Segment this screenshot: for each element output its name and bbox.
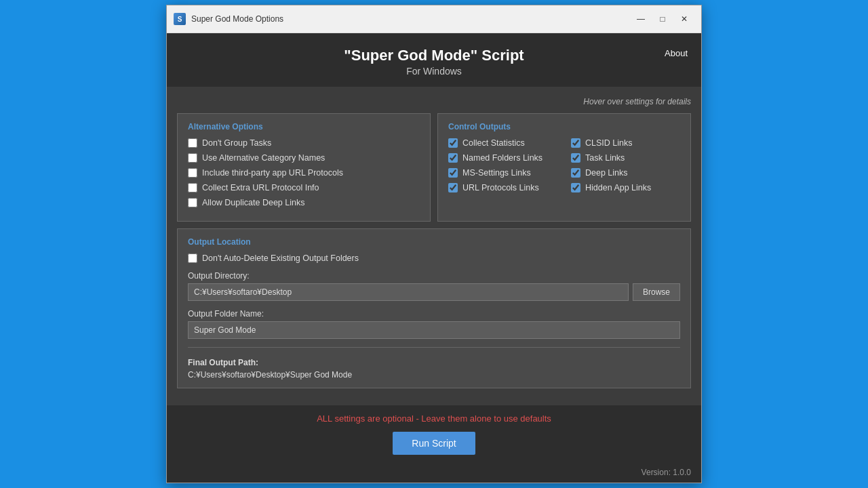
named-folders-label: Named Folders Links [462,153,542,163]
alternative-options-title: Alternative Options [188,122,420,131]
content-area: Hover over settings for details Alternat… [167,87,701,405]
output-location-title: Output Location [188,237,680,247]
list-item: Collect Extra URL Protocol Info [188,183,420,192]
list-item: Use Alternative Category Names [188,153,420,163]
ms-settings-checkbox[interactable] [448,168,458,178]
list-item: Named Folders Links [448,153,557,163]
control-outputs-panel: Control Outputs Collect Statistics CLSID… [437,113,691,222]
alternative-options-panel: Alternative Options Don't Group Tasks Us… [177,113,431,222]
browse-button[interactable]: Browse [633,283,680,301]
folder-name-group: Output Folder Name: [188,309,680,339]
dont-group-tasks-label: Don't Group Tasks [202,138,271,148]
window-body: "Super God Mode" Script For Windows Abou… [167,33,701,483]
hidden-app-checkbox[interactable] [571,183,580,192]
footer-area: ALL settings are optional - Leave them a… [167,405,701,465]
minimize-button[interactable]: — [631,11,651,27]
app-subtitle: For Windows [180,66,688,77]
version-text: Version: 1.0.0 [167,465,701,483]
directory-input-row: Browse [188,283,680,301]
list-item: Allow Duplicate Deep Links [188,198,420,207]
list-item: Don't Auto-Delete Existing Output Folder… [188,253,680,263]
deep-links-checkbox[interactable] [571,168,580,178]
about-button[interactable]: About [665,48,688,58]
url-protocols-label: URL Protocols Links [462,183,539,192]
ms-settings-label: MS-Settings Links [462,168,531,178]
top-panels: Alternative Options Don't Group Tasks Us… [177,113,691,222]
alt-category-names-label: Use Alternative Category Names [202,153,325,163]
allow-duplicate-checkbox[interactable] [188,198,197,207]
final-path-value: C:¥Users¥softaro¥Desktop¥Super God Mode [188,370,680,380]
dont-auto-delete-label: Don't Auto-Delete Existing Output Folder… [202,253,359,263]
app-icon: S [174,13,186,25]
list-item: MS-Settings Links [448,168,557,178]
list-item: Hidden App Links [571,183,680,192]
list-item: CLSID Links [571,138,680,148]
optional-text: ALL settings are optional - Leave them a… [180,413,688,424]
list-item: URL Protocols Links [448,183,557,192]
title-bar: S Super God Mode Options — □ ✕ [167,5,701,33]
dont-group-tasks-checkbox[interactable] [188,138,197,148]
hover-hint: Hover over settings for details [177,97,691,106]
directory-group: Output Directory: Browse [188,271,680,301]
list-item: Collect Statistics [448,138,557,148]
list-item: Don't Group Tasks [188,138,420,148]
list-item: Include third-party app URL Protocols [188,168,420,178]
clsid-links-label: CLSID Links [585,138,632,148]
named-folders-checkbox[interactable] [448,153,458,163]
extra-url-protocol-checkbox[interactable] [188,183,197,192]
url-protocols-checkbox[interactable] [448,183,458,192]
output-location-panel: Output Location Don't Auto-Delete Existi… [177,228,691,388]
alt-category-names-checkbox[interactable] [188,153,197,163]
folder-name-label: Output Folder Name: [188,309,680,319]
control-outputs-title: Control Outputs [448,122,680,131]
collect-stats-label: Collect Statistics [462,138,525,148]
extra-url-protocol-label: Collect Extra URL Protocol Info [202,183,319,192]
directory-label: Output Directory: [188,271,680,281]
divider [188,347,680,348]
dont-auto-delete-checkbox[interactable] [188,253,197,263]
control-outputs-grid: Collect Statistics CLSID Links Named Fol… [448,138,680,198]
task-links-label: Task Links [585,153,625,163]
third-party-url-checkbox[interactable] [188,168,197,178]
list-item: Task Links [571,153,680,163]
window-title: Super God Mode Options [191,14,631,24]
header-section: "Super God Mode" Script For Windows Abou… [167,33,701,87]
clsid-links-checkbox[interactable] [571,138,580,148]
collect-stats-checkbox[interactable] [448,138,458,148]
third-party-url-label: Include third-party app URL Protocols [202,168,343,178]
run-script-button[interactable]: Run Script [393,432,475,455]
final-path-label: Final Output Path: [188,358,680,367]
close-button[interactable]: ✕ [674,11,694,27]
directory-input[interactable] [188,283,629,301]
window-controls: — □ ✕ [631,11,694,27]
deep-links-label: Deep Links [585,168,628,178]
main-window: S Super God Mode Options — □ ✕ "Super Go… [166,5,702,483]
list-item: Deep Links [571,168,680,178]
allow-duplicate-label: Allow Duplicate Deep Links [202,198,304,207]
folder-name-input[interactable] [188,321,680,339]
hidden-app-label: Hidden App Links [585,183,651,192]
app-title: "Super God Mode" Script [180,47,688,64]
maximize-button[interactable]: □ [652,11,673,27]
final-path-section: Final Output Path: C:¥Users¥softaro¥Desk… [188,354,680,380]
task-links-checkbox[interactable] [571,153,580,163]
